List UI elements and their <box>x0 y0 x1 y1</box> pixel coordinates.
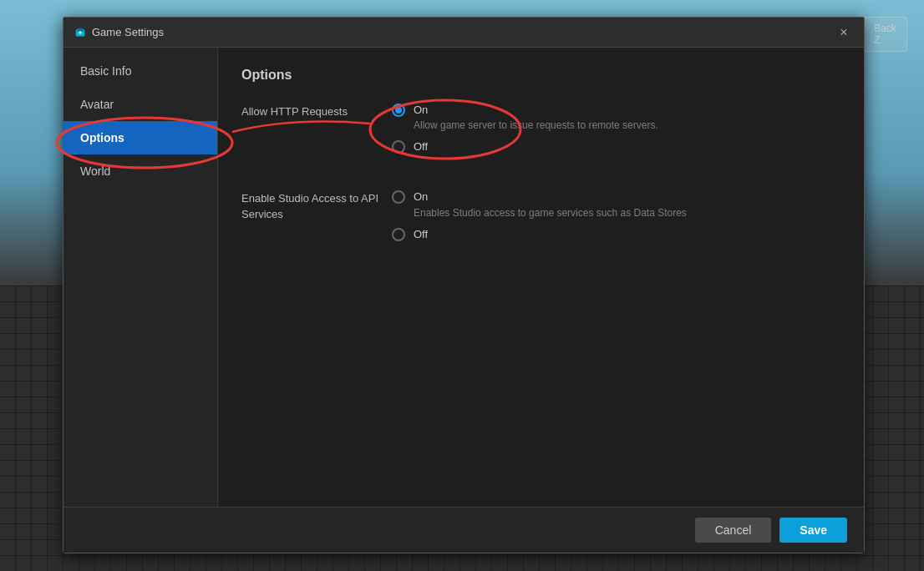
radio-option-http-on[interactable]: On Allow game server to issue requests t… <box>392 103 840 131</box>
sidebar-item-avatar[interactable]: Avatar <box>63 88 217 121</box>
close-button[interactable]: × <box>834 23 854 43</box>
radio-btn-http-on[interactable] <box>392 104 405 117</box>
radio-text-studio-off: Off <box>414 227 428 242</box>
dialog-title: Game Settings <box>92 26 164 38</box>
back-label: Back <box>874 23 896 34</box>
radio-btn-studio-on[interactable] <box>392 190 405 204</box>
save-button[interactable]: Save <box>779 518 847 543</box>
radio-text-http-on: On Allow game server to issue requests t… <box>414 103 658 131</box>
sidebar-item-basic-info[interactable]: Basic Info <box>63 54 217 88</box>
cancel-button[interactable]: Cancel <box>695 518 772 543</box>
option-label-studio: Enable Studio Access to API Services <box>241 189 392 221</box>
option-label-http: Allow HTTP Requests <box>241 103 392 119</box>
radio-option-http-off[interactable]: Off <box>392 139 840 154</box>
key-label: Z <box>874 34 896 46</box>
sidebar-item-world[interactable]: World <box>63 154 217 188</box>
radio-label-studio-off: Off <box>414 227 428 242</box>
radio-desc-studio-on: Enables Studio access to game services s… <box>414 207 687 219</box>
roblox-logo-icon <box>74 26 87 39</box>
dialog-container: Game Settings × Basic Info Avatar Option… <box>63 17 865 553</box>
title-bar-left: Game Settings <box>74 26 164 39</box>
dialog-footer: Cancel Save <box>63 507 864 553</box>
sidebar-item-options[interactable]: Options <box>63 121 217 154</box>
radio-text-studio-on: On Enables Studio access to game service… <box>414 189 687 218</box>
bg-widget: Back Z <box>863 17 907 52</box>
title-bar: Game Settings × <box>63 18 864 48</box>
svg-point-2 <box>79 31 82 34</box>
radio-btn-studio-off[interactable] <box>392 228 405 241</box>
option-controls-http: On Allow game server to issue requests t… <box>392 103 840 163</box>
radio-option-studio-on[interactable]: On Enables Studio access to game service… <box>392 189 840 218</box>
section-title: Options <box>241 68 840 83</box>
radio-desc-http-on: Allow game server to issue requests to r… <box>414 119 658 131</box>
radio-label-studio-on: On <box>414 189 687 205</box>
radio-btn-http-off[interactable] <box>392 140 405 154</box>
radio-option-studio-off[interactable]: Off <box>392 227 840 242</box>
sidebar: Basic Info Avatar Options World <box>63 48 218 507</box>
game-settings-dialog: Game Settings × Basic Info Avatar Option… <box>63 17 865 553</box>
radio-label-http-on: On <box>414 103 658 118</box>
option-controls-studio: On Enables Studio access to game service… <box>392 189 840 250</box>
radio-text-http-off: Off <box>414 139 428 154</box>
main-content: Options Allow HTTP Requests On Allow gam… <box>218 48 864 507</box>
option-enable-studio-access: Enable Studio Access to API Services On … <box>241 189 840 250</box>
radio-label-http-off: Off <box>414 139 428 154</box>
option-allow-http-requests: Allow HTTP Requests On Allow game server… <box>241 103 840 163</box>
dialog-body: Basic Info Avatar Options World Options … <box>63 48 864 507</box>
